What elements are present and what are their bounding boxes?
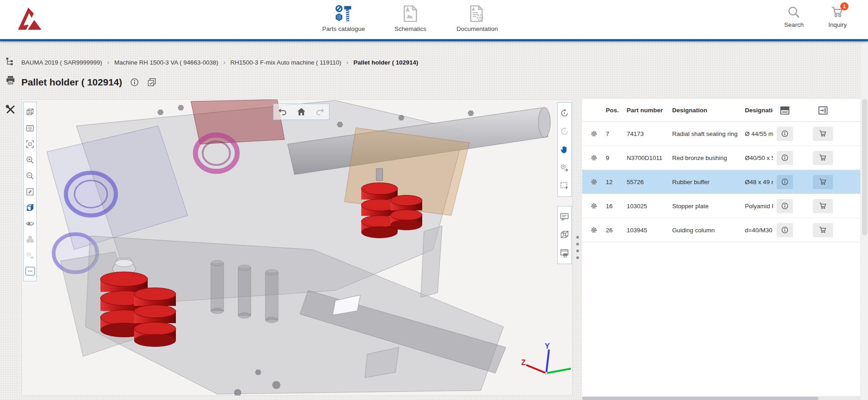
inquiry-button[interactable]: 1Inquiry xyxy=(818,4,857,28)
rotate-part-button[interactable] xyxy=(558,122,571,140)
part-info-button[interactable] xyxy=(777,223,793,237)
part-info-button[interactable] xyxy=(777,175,793,189)
row-part-number: 74173 xyxy=(627,130,672,137)
zoom-out-button[interactable] xyxy=(24,168,36,184)
table-row[interactable]: 16 103025 Stopper plate Polyamid P xyxy=(582,194,860,218)
model-cube-button[interactable] xyxy=(558,226,571,244)
gears-icon xyxy=(25,235,35,244)
row-settings-button[interactable] xyxy=(582,226,606,234)
search-button[interactable]: Search xyxy=(775,4,813,28)
col-pos: Pos. xyxy=(606,107,627,114)
resize-view-button[interactable] xyxy=(24,184,36,200)
breadcrumb-separator-icon: › xyxy=(346,59,349,66)
vertical-scrollbar-thumb[interactable] xyxy=(862,99,867,235)
tree-icon xyxy=(5,57,15,67)
cart-icon xyxy=(819,202,827,210)
view-cube-button[interactable] xyxy=(24,104,36,120)
hand-icon xyxy=(559,145,569,155)
viewer-top-toolbar xyxy=(273,104,329,120)
inquiry-badge: 1 xyxy=(840,2,848,10)
part-actions-button[interactable] xyxy=(24,247,36,263)
visibility-button[interactable] xyxy=(24,215,36,231)
rotate-view-button[interactable] xyxy=(558,104,571,122)
content-area: BAUMA 2019 ( SAR9999999)›Machine RH 1500… xyxy=(0,41,868,400)
part-info-button[interactable] xyxy=(777,127,793,141)
cart-icon xyxy=(819,226,827,234)
header-actions: Search1Inquiry xyxy=(775,4,857,28)
app-header: Parts catalogueSchematicsDocumentation S… xyxy=(0,0,868,39)
breadcrumb-item: Pallet holder ( 102914) xyxy=(354,59,419,66)
add-to-cart-button[interactable] xyxy=(813,175,833,189)
table-row[interactable]: 7 74173 Radial shaft sealing ring Ø 44/5… xyxy=(582,122,860,146)
collapse-panel-button[interactable] xyxy=(818,105,828,116)
row-settings-button[interactable] xyxy=(582,154,606,161)
horizontal-scrollbar[interactable] xyxy=(582,396,860,400)
render-settings-button[interactable] xyxy=(24,120,36,136)
select-all-button[interactable] xyxy=(147,77,157,87)
company-logo[interactable] xyxy=(15,5,43,33)
row-pos: 12 xyxy=(606,179,627,185)
more-tools-button[interactable] xyxy=(24,263,36,279)
add-to-cart-button[interactable] xyxy=(813,223,833,237)
assembly-parts-button[interactable] xyxy=(24,231,36,247)
marquee-select-button[interactable] xyxy=(558,177,571,195)
table-layout-button[interactable] xyxy=(779,105,790,116)
part-info-button[interactable] xyxy=(777,151,793,165)
panel-splitter[interactable] xyxy=(574,99,581,396)
annotation-button[interactable] xyxy=(558,208,571,226)
panel-layout-icon xyxy=(779,105,790,116)
breadcrumb-item[interactable]: RH1500-3 F-mix Auto machine ( 119110) xyxy=(230,59,341,66)
select-parts-button[interactable] xyxy=(558,159,571,177)
assembly-info-button[interactable] xyxy=(130,77,140,87)
schem-icon xyxy=(401,5,419,23)
row-settings-button[interactable] xyxy=(582,202,606,210)
dots-icon xyxy=(25,267,35,275)
row-part-number: 103945 xyxy=(627,227,672,234)
rotate-icon xyxy=(559,108,569,118)
add-to-cart-button[interactable] xyxy=(813,127,833,141)
redo-view-button[interactable] xyxy=(311,105,329,119)
nav-parts-catalogue[interactable]: Parts catalogue xyxy=(313,3,374,32)
info-icon xyxy=(781,202,789,210)
geararrow-icon xyxy=(559,163,569,173)
fit-view-button[interactable] xyxy=(24,136,36,152)
row-part-number: 55726 xyxy=(627,179,672,185)
horizontal-scrollbar-thumb[interactable] xyxy=(582,397,818,400)
add-to-cart-button[interactable] xyxy=(813,199,833,213)
print-page-button[interactable] xyxy=(5,75,15,85)
home-view-button[interactable] xyxy=(293,105,310,119)
zoom-in-button[interactable] xyxy=(24,152,36,168)
cart-icon: 1 xyxy=(831,5,844,19)
row-designation-2: d=40/M30 xyxy=(745,227,773,234)
print-view-button[interactable] xyxy=(558,244,571,262)
row-settings-button[interactable] xyxy=(582,130,606,137)
resize-icon xyxy=(25,187,35,196)
breadcrumb: BAUMA 2019 ( SAR9999999)›Machine RH 1500… xyxy=(21,59,418,66)
row-settings-button[interactable] xyxy=(582,178,606,185)
tools-button[interactable] xyxy=(5,104,16,115)
table-row[interactable]: 12 55726 Rubber buffer Ø48 x 49 r xyxy=(582,170,860,194)
breadcrumb-item[interactable]: Machine RH 1500-3 VA ( 94663-0038) xyxy=(115,59,219,66)
redo-icon xyxy=(315,107,325,117)
breadcrumb-separator-icon: › xyxy=(107,59,110,66)
nav-schematics[interactable]: Schematics xyxy=(379,3,441,32)
part-info-button[interactable] xyxy=(777,199,793,213)
action-label: Inquiry xyxy=(828,21,847,28)
app-window: Parts catalogueSchematicsDocumentation S… xyxy=(0,0,868,400)
undo-view-button[interactable] xyxy=(274,105,291,119)
structure-tree-button[interactable] xyxy=(5,57,15,67)
pan-hand-button[interactable] xyxy=(558,140,571,159)
vertical-scrollbar[interactable] xyxy=(861,41,868,400)
add-to-cart-button[interactable] xyxy=(813,151,833,165)
nav-documentation[interactable]: Documentation xyxy=(446,3,508,32)
cart-icon xyxy=(819,154,827,162)
3d-model-view[interactable] xyxy=(22,100,573,396)
printer-icon xyxy=(5,75,15,85)
table-row[interactable]: 26 103945 Guiding column d=40/M30 xyxy=(582,218,860,242)
nav-label: Parts catalogue xyxy=(322,25,365,32)
parts-table-panel: Pos. Part number Designation Designation… xyxy=(582,99,860,396)
table-row[interactable]: 9 N3700D1011 Red bronze bushing Ø40/50 x… xyxy=(582,146,860,170)
transparency-mode-button[interactable] xyxy=(24,200,36,215)
breadcrumb-item[interactable]: BAUMA 2019 ( SAR9999999) xyxy=(21,59,102,66)
camgear-icon xyxy=(25,124,35,133)
